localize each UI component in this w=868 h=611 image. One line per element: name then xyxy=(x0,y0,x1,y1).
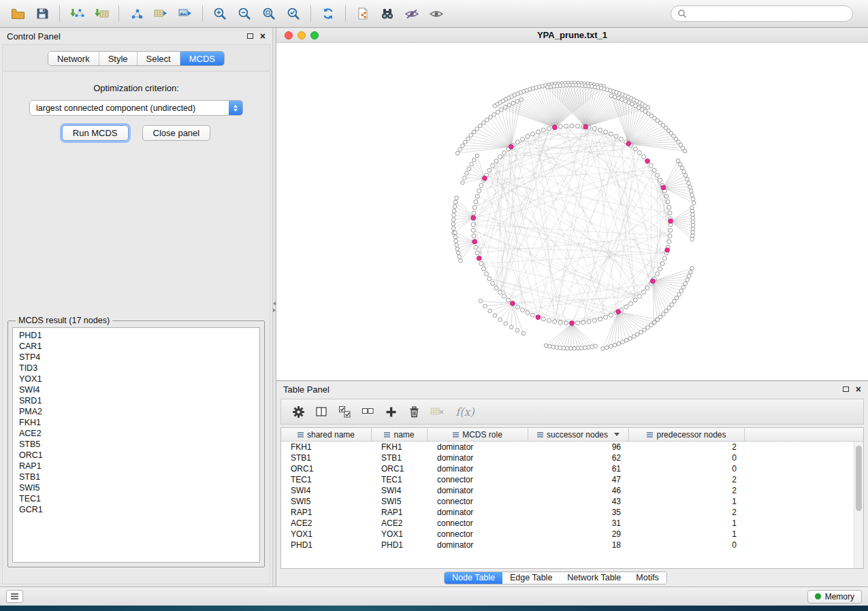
tab-network-table[interactable]: Network Table xyxy=(560,572,628,584)
chevron-down-icon[interactable] xyxy=(614,433,620,436)
search-input[interactable] xyxy=(691,9,846,18)
table-row[interactable]: FKH1FKH1dominator962 xyxy=(281,442,863,452)
mcds-result-item[interactable]: TID3 xyxy=(19,363,259,374)
table-row[interactable]: PHD1PHD1dominator180 xyxy=(281,540,863,550)
close-panel-icon[interactable]: × xyxy=(856,384,861,394)
mcds-result-item[interactable]: CAR1 xyxy=(19,341,259,352)
zoom-in-icon[interactable] xyxy=(208,3,232,24)
import-table-icon[interactable] xyxy=(89,3,114,24)
control-panel-tabs: NetworkStyleSelectMCDS xyxy=(48,51,225,66)
network-graph[interactable] xyxy=(276,43,868,380)
optimization-dropdown[interactable]: largest connected component (undirected) xyxy=(29,100,243,116)
table-panel-titlebar: Table Panel × xyxy=(276,381,868,397)
network-canvas[interactable] xyxy=(276,43,868,380)
zoom-selected-icon[interactable] xyxy=(281,3,306,24)
toolbar-separator xyxy=(345,5,346,22)
mcds-result-item[interactable]: PMA2 xyxy=(19,406,259,417)
column-header-shared-name[interactable]: shared name xyxy=(281,428,372,441)
import-network-icon[interactable] xyxy=(65,3,89,24)
show-elements-icon[interactable] xyxy=(424,3,449,24)
mcds-result-item[interactable]: TEC1 xyxy=(19,493,259,504)
run-mcds-button[interactable]: Run MCDS xyxy=(62,125,129,141)
float-panel-icon[interactable] xyxy=(843,386,849,392)
mcds-result-item[interactable]: GCR1 xyxy=(19,504,259,515)
table-row[interactable]: RAP1RAP1dominator352 xyxy=(281,507,863,518)
open-session-icon[interactable] xyxy=(5,3,30,24)
search-icon xyxy=(677,9,687,18)
close-panel-button[interactable]: Close panel xyxy=(142,125,211,141)
control-panel-body: NetworkStyleSelectMCDS Optimization crit… xyxy=(2,44,270,584)
mcds-result-list[interactable]: PHD1CAR1STP4TID3YOX1SWI4SRD1PMA2FKH1ACE2… xyxy=(12,327,260,563)
table-panel: Table Panel × f(x) s xyxy=(276,381,868,587)
tab-node-table[interactable]: Node Table xyxy=(445,572,502,584)
add-column-icon[interactable] xyxy=(381,402,401,421)
mcds-result-item[interactable]: SRD1 xyxy=(19,395,259,406)
delete-column-icon[interactable] xyxy=(404,402,424,421)
export-network-icon[interactable] xyxy=(124,3,148,24)
table-row[interactable]: TEC1TEC1connector472 xyxy=(281,474,863,485)
tab-select[interactable]: Select xyxy=(137,52,180,65)
mcds-result-item[interactable]: PHD1 xyxy=(19,330,259,341)
menu-icon[interactable] xyxy=(6,590,23,603)
table-tabs: Node TableEdge TableNetwork TableMotifs xyxy=(444,572,667,584)
table-row[interactable]: SWI4SWI4dominator462 xyxy=(281,485,863,496)
table-row[interactable]: ACE2ACE2connector311 xyxy=(281,518,863,529)
table-settings-icon[interactable] xyxy=(288,402,308,421)
mcds-result-item[interactable]: FKH1 xyxy=(19,417,259,428)
mcds-result-item[interactable]: ORC1 xyxy=(19,450,259,461)
column-header-successor-nodes[interactable]: successor nodes xyxy=(528,428,629,441)
share-document-icon[interactable] xyxy=(351,3,375,24)
tab-style[interactable]: Style xyxy=(99,52,137,65)
mcds-result-item[interactable]: STB5 xyxy=(19,439,259,450)
toolbar-separator xyxy=(118,5,119,22)
mcds-result-item[interactable]: STP4 xyxy=(19,352,259,363)
function-builder-icon: f(x) xyxy=(450,402,480,421)
hide-elements-icon[interactable] xyxy=(400,3,424,24)
scrollbar-thumb[interactable] xyxy=(856,446,862,511)
table-row[interactable]: ORC1ORC1dominator610 xyxy=(281,463,863,474)
search-box[interactable] xyxy=(671,5,853,22)
select-all-icon[interactable] xyxy=(334,402,355,421)
column-grid-icon xyxy=(537,432,543,437)
mcds-result-title: MCDS result (17 nodes) xyxy=(16,316,112,325)
tab-edge-table[interactable]: Edge Table xyxy=(502,572,560,584)
mcds-result-item[interactable]: STB1 xyxy=(19,472,259,482)
maximize-window-icon[interactable] xyxy=(310,31,319,39)
control-panel-titlebar: Control Panel × xyxy=(0,28,272,44)
collapse-right-icon[interactable] xyxy=(273,308,276,312)
search-network-icon[interactable] xyxy=(375,3,400,24)
zoom-out-icon[interactable] xyxy=(232,3,257,24)
close-panel-icon[interactable]: × xyxy=(260,31,266,41)
show-columns-icon[interactable] xyxy=(311,402,332,421)
deselect-all-icon[interactable] xyxy=(357,402,378,421)
toolbar-separator xyxy=(310,5,311,22)
export-table-icon[interactable] xyxy=(148,3,173,24)
float-panel-icon[interactable] xyxy=(247,33,253,39)
zoom-fit-icon[interactable] xyxy=(257,3,281,24)
close-window-icon[interactable] xyxy=(285,31,293,39)
tab-mcds[interactable]: MCDS xyxy=(180,52,224,65)
minimize-window-icon[interactable] xyxy=(298,31,306,39)
tab-network[interactable]: Network xyxy=(48,52,99,65)
mcds-result-item[interactable]: SWI4 xyxy=(19,384,259,395)
table-row[interactable]: STB1STB1dominator620 xyxy=(281,452,863,463)
table-scrollbar[interactable] xyxy=(854,442,863,568)
table-row[interactable]: YOX1YOX1connector291 xyxy=(281,529,863,540)
tab-motifs[interactable]: Motifs xyxy=(628,572,666,584)
column-header-predecessor-nodes[interactable]: predecessor nodes xyxy=(629,428,745,441)
refresh-icon[interactable] xyxy=(316,3,340,24)
collapse-left-icon[interactable] xyxy=(273,301,276,306)
table-row[interactable]: SWI5SWI5connector431 xyxy=(281,496,863,507)
mcds-result-item[interactable]: ACE2 xyxy=(19,428,259,439)
status-bar: Memory xyxy=(0,587,868,606)
save-session-icon[interactable] xyxy=(30,3,54,24)
application-window: Control Panel × NetworkStyleSelectMCDS O… xyxy=(0,0,868,611)
mcds-result-item[interactable]: RAP1 xyxy=(19,461,259,472)
memory-button[interactable]: Memory xyxy=(807,590,862,604)
table-panel-title: Table Panel xyxy=(283,384,329,395)
mcds-result-item[interactable]: SWI5 xyxy=(19,482,259,493)
export-image-icon[interactable] xyxy=(173,3,197,24)
column-header-MCDS-role[interactable]: MCDS role xyxy=(428,428,528,441)
mcds-result-item[interactable]: YOX1 xyxy=(19,374,259,384)
column-header-name[interactable]: name xyxy=(372,428,428,441)
